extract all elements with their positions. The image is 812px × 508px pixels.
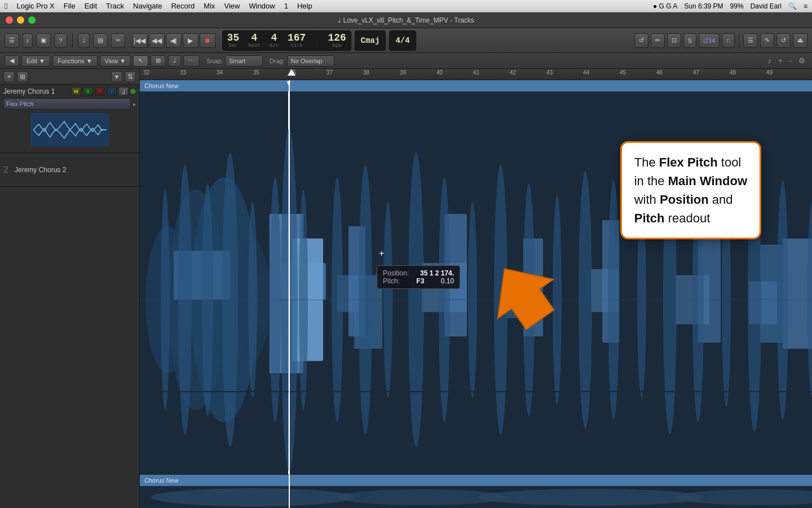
midi-btn[interactable]: ♩ [168,55,181,67]
toolbar-color-btn[interactable]: i234 [699,33,720,48]
menu-item-mix[interactable]: Mix [204,2,215,10]
region-label-bar-1: Chorus New [140,80,812,91]
ruler-mark-47: 47 [692,69,699,76]
toolbar-audio-btn[interactable]: ⏏ [793,33,807,48]
track-1-solo-btn[interactable]: S [83,87,93,96]
toolbar-sep1 [72,33,73,48]
toolbar-right: ↺ ✏ ⊡ S i234 ⎍ ☰ ✎ ↺ ⏏ [634,33,807,48]
menu-item-help[interactable]: Help [297,2,312,10]
toolbar-cut-btn[interactable]: ✂ [111,33,125,48]
select-tool-btn[interactable]: ↖ [133,55,148,67]
sig-display[interactable]: 4/4 [389,30,416,51]
callout-annotation: The Flex Pitch tool in the Main Window w… [620,141,761,239]
toolbar-sep2 [739,33,739,48]
lcd-sep [316,33,317,48]
add-folder-btn[interactable]: ⊞ [17,71,28,82]
callout-line1-prefix: The [634,155,659,169]
waveform-container[interactable]: + Position: 35 1 2 174. Pitch: F3 0.10 [140,91,812,508]
lcd-tick-label: tick [290,43,303,49]
functions-menu-btn[interactable]: Functions ▼ [52,55,98,67]
track-1-midi-btn[interactable]: ♩ [118,87,129,96]
marquee-btn[interactable]: ⊞ [151,55,166,67]
apple-menu-icon[interactable]:  [5,1,7,11]
ruler-mark-37: 37 [325,69,333,76]
flex-pitch-select[interactable]: Flex Pitch Flex Time Off [3,98,131,110]
menu-item-track[interactable]: Track [106,2,124,10]
ruler-mark-48: 48 [729,69,736,76]
zoom-in-btn[interactable]: + [776,55,785,67]
track-1-name: Jeremy Chorus 1 [3,87,55,95]
ruler-mark-49: 49 [765,69,773,76]
toolbar-browsers-btn[interactable]: ▣ [36,33,51,48]
snap-label: Snap: [206,58,223,64]
track-1-input-btn[interactable]: I [107,87,117,96]
view-menu-btn[interactable]: View ▼ [100,55,131,67]
toolbar-list-btn[interactable]: ☰ [743,33,758,48]
ruler-mark-38: 38 [362,69,369,76]
menu-list-icon[interactable]: ≡ [804,2,807,10]
menu-right-area: ● G G A Sun 6:39 PM 99% David Earl 🔍 ≡ [653,2,807,10]
volume-icon-btn[interactable]: ♪ [766,55,774,67]
prev-btn[interactable]: ◀| [166,33,182,48]
record-btn[interactable]: ⏺ [200,33,215,48]
add-track-btn[interactable]: + [3,71,15,82]
toolbar-scissors-btn[interactable]: ⊡ [667,33,681,48]
toolbar-mixer-btn[interactable]: ▤ [93,33,108,48]
key-value: Cmaj [361,36,380,45]
toolbar-smartcontrols-btn[interactable]: ☰ [5,33,19,48]
flex-pitch-arrow-icon[interactable]: ▸ [133,101,136,107]
toolbar-info-btn[interactable]: i [23,33,33,48]
play-btn[interactable]: ▶ [183,33,198,48]
minimize-button[interactable] [17,16,24,24]
track-1-record-btn[interactable]: R [95,87,105,96]
lcd-tick-value: 167 [288,33,306,43]
key-display[interactable]: Cmaj [355,30,386,51]
rewind-btn[interactable]: |◀◀ [132,33,148,48]
menu-item-view[interactable]: View [224,2,240,10]
menu-battery: 99% [730,2,744,10]
toolbar-pencil-btn[interactable]: ✏ [651,33,665,48]
menu-item-file[interactable]: File [64,2,76,10]
close-button[interactable] [6,16,13,24]
track-list: + ⊞ ▾ ⇅ Jeremy Chorus 1 M S R I ♩ [0,69,140,508]
fastback-btn[interactable]: ◀◀ [149,33,165,48]
tool3-btn[interactable]: ⋯ [183,55,200,67]
lcd-div-label: div [270,43,279,49]
menu-item-record[interactable]: Record [171,2,195,10]
menu-item-navigate[interactable]: Navigate [133,2,162,10]
menu-item-edit[interactable]: Edit [85,2,97,10]
track-item-1: Jeremy Chorus 1 M S R I ♩ Flex Pitch Fle… [0,85,139,153]
lcd-beat-label: beat [248,43,261,49]
lcd-bpm-group: 126 bpm [328,33,346,49]
zoom-out-btn[interactable]: - [787,55,794,67]
menu-search-icon[interactable]: 🔍 [788,2,797,10]
track-list-config-btn[interactable]: ▾ [111,71,122,82]
toolbar-cycle-btn[interactable]: ↺ [634,33,648,48]
edit-menu-btn[interactable]: Edit ▼ [21,55,50,67]
menu-item-1[interactable]: 1 [284,2,288,10]
maximize-button[interactable] [28,16,36,24]
toolbar-help-btn[interactable]: ? [54,33,67,48]
toolbar-undo-btn[interactable]: ↺ [776,33,791,48]
snap-select[interactable]: Smart Bar Beat Division [225,55,263,67]
menu-item-window[interactable]: Window [249,2,275,10]
region-label-bar-2: Chorus New [140,475,812,486]
toolbar-lock-btn[interactable]: S [683,33,696,48]
timeline-ruler: 32 33 34 35 36 37 38 39 [140,69,812,80]
toolbar-metronome-btn[interactable]: ♩ [78,33,90,48]
toolbar-misc-btn[interactable]: ⎍ [722,33,735,48]
canvas-area[interactable]: 32 33 34 35 36 37 38 39 [140,69,812,508]
settings-icon-btn[interactable]: ⚙ [796,55,807,67]
canvas-row2: Chorus New [140,474,812,508]
navigate-back-btn[interactable]: ◀ [5,55,19,67]
track-2-name: Jeremy Chorus 2 [15,166,66,174]
drag-select[interactable]: No Overlap Overlap X-Fade [287,55,334,67]
callout-main-window-bold: Main Window [668,174,747,188]
menu-status-icons: ● G G A [653,2,677,10]
track-height-btn[interactable]: ⇅ [125,71,136,82]
track-1-mute-btn[interactable]: M [71,87,81,96]
toolbar-edit2-btn[interactable]: ✎ [760,33,774,48]
snap-group: Snap: Smart Bar Beat Division [206,55,263,67]
menu-item-logicprox[interactable]: Logic Pro X [16,2,54,10]
lcd-beat-value: 4 [251,33,258,43]
